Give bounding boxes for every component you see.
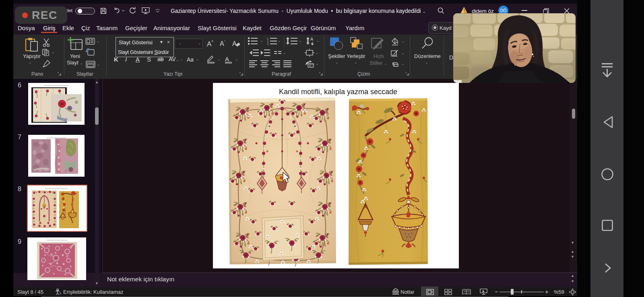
svg-text:Kandil motifli, kalıpla yazma: Kandil motifli, kalıpla yazma seccade (279, 88, 397, 96)
svg-text:2: 2 (267, 40, 268, 43)
svg-text:A: A (232, 40, 237, 47)
svg-text:1: 1 (267, 37, 268, 40)
svg-text:3: 3 (267, 43, 268, 45)
svg-text:?: ? (59, 292, 61, 295)
svg-text:A: A (225, 56, 229, 62)
svg-text:A: A (310, 37, 314, 41)
